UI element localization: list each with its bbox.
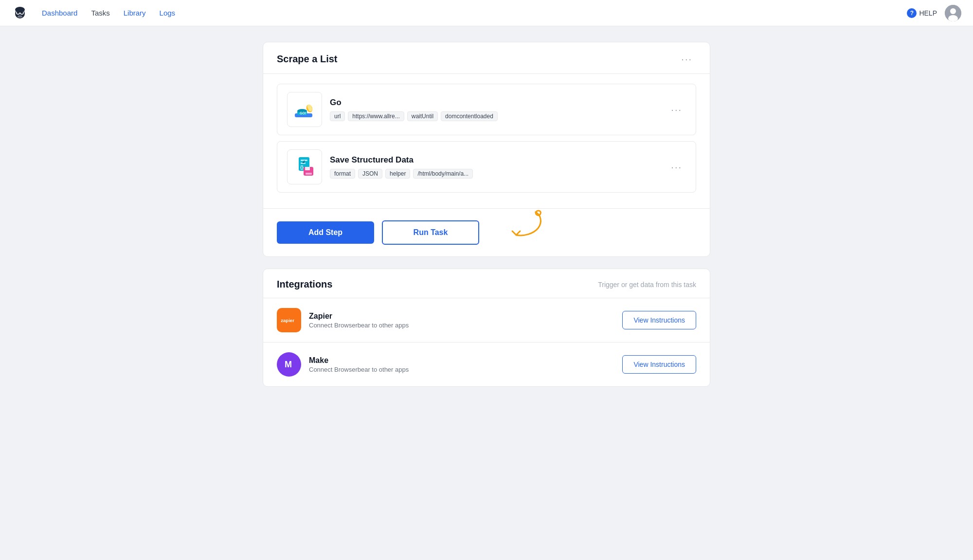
step-go-tag-wait-val: domcontentloaded xyxy=(441,111,498,121)
step-save-tag-helper-val: /html/body/main/a... xyxy=(413,169,473,179)
step-save-tag-helper-key: helper xyxy=(385,169,410,179)
step-go: GO! Go url https://www.allre... waitUnti… xyxy=(277,84,696,135)
navbar-right: ? HELP xyxy=(907,5,961,21)
help-label: HELP xyxy=(919,9,937,17)
step-save-name: Save Structured Data xyxy=(330,155,473,165)
zapier-desc: Connect Browserbear to other apps xyxy=(309,322,409,329)
step-save-tag-format-val: JSON xyxy=(358,169,382,179)
step-go-content: Go url https://www.allre... waitUntil do… xyxy=(330,98,498,121)
arrow-annotation xyxy=(502,210,545,244)
zapier-name: Zapier xyxy=(309,312,409,321)
task-card-title: Scrape a List xyxy=(277,54,338,65)
integration-make: M Make Connect Browserbear to other apps… xyxy=(263,342,710,386)
step-save-tag-format-key: format xyxy=(330,169,355,179)
step-go-tag-wait-key: waitUntil xyxy=(407,111,438,121)
integrations-subtitle: Trigger or get data from this task xyxy=(598,281,696,289)
user-avatar[interactable] xyxy=(945,5,961,21)
svg-text:GO!: GO! xyxy=(300,111,306,115)
svg-text:M: M xyxy=(285,360,292,369)
step-go-more-button[interactable]: ··· xyxy=(667,103,686,116)
svg-point-7 xyxy=(18,15,22,18)
make-view-instructions-button[interactable]: View Instructions xyxy=(622,355,696,374)
task-card: Scrape a List ··· xyxy=(263,42,710,257)
integrations-header: Integrations Trigger or get data from th… xyxy=(263,269,710,298)
integration-zapier-left: zapier Zapier Connect Browserbear to oth… xyxy=(277,308,409,332)
step-go-icon: GO! xyxy=(287,92,322,127)
svg-point-9 xyxy=(950,8,956,14)
actions-section: Add Step Run Task xyxy=(263,209,710,256)
step-save-left: {} Save Structured Data format xyxy=(287,149,473,184)
step-go-tag-url-key: url xyxy=(330,111,345,121)
step-go-tags: url https://www.allre... waitUntil domco… xyxy=(330,111,498,121)
step-save-more-button[interactable]: ··· xyxy=(667,160,686,174)
make-desc: Connect Browserbear to other apps xyxy=(309,366,409,373)
main-content: Scrape a List ··· xyxy=(253,26,720,414)
svg-rect-23 xyxy=(305,167,310,170)
task-more-button[interactable]: ··· xyxy=(677,52,696,66)
svg-text:{}: {} xyxy=(300,165,304,170)
zapier-logo: zapier xyxy=(277,308,301,332)
nav-tasks[interactable]: Tasks xyxy=(91,9,109,17)
step-save-icon: {} xyxy=(287,149,322,184)
integrations-title: Integrations xyxy=(277,279,332,290)
nav-logs[interactable]: Logs xyxy=(160,9,176,17)
nav-dashboard[interactable]: Dashboard xyxy=(42,9,77,17)
step-go-left: GO! Go url https://www.allre... waitUnti… xyxy=(287,92,498,127)
logo[interactable] xyxy=(12,5,28,21)
step-go-tag-url-val: https://www.allre... xyxy=(348,111,404,121)
navbar: Dashboard Tasks Library Logs ? HELP xyxy=(0,0,973,26)
nav-library[interactable]: Library xyxy=(124,9,146,17)
task-card-header: Scrape a List ··· xyxy=(263,42,710,73)
integrations-card: Integrations Trigger or get data from th… xyxy=(263,269,710,387)
make-name: Make xyxy=(309,356,409,365)
step-save: {} Save Structured Data format xyxy=(277,141,696,193)
steps-section: GO! Go url https://www.allre... waitUnti… xyxy=(263,74,710,208)
make-info: Make Connect Browserbear to other apps xyxy=(309,356,409,373)
zapier-info: Zapier Connect Browserbear to other apps xyxy=(309,312,409,329)
run-task-button[interactable]: Run Task xyxy=(382,220,479,245)
svg-text:zapier: zapier xyxy=(281,318,294,323)
step-save-content: Save Structured Data format JSON helper … xyxy=(330,155,473,179)
make-logo: M xyxy=(277,352,301,377)
svg-point-6 xyxy=(15,7,25,13)
svg-rect-24 xyxy=(306,173,312,175)
help-icon: ? xyxy=(907,8,917,18)
add-step-button[interactable]: Add Step xyxy=(277,221,374,244)
zapier-view-instructions-button[interactable]: View Instructions xyxy=(622,311,696,329)
integration-make-left: M Make Connect Browserbear to other apps xyxy=(277,352,409,377)
help-button[interactable]: ? HELP xyxy=(907,8,937,18)
step-save-tags: format JSON helper /html/body/main/a... xyxy=(330,169,473,179)
step-go-name: Go xyxy=(330,98,498,108)
integration-zapier: zapier Zapier Connect Browserbear to oth… xyxy=(263,298,710,342)
